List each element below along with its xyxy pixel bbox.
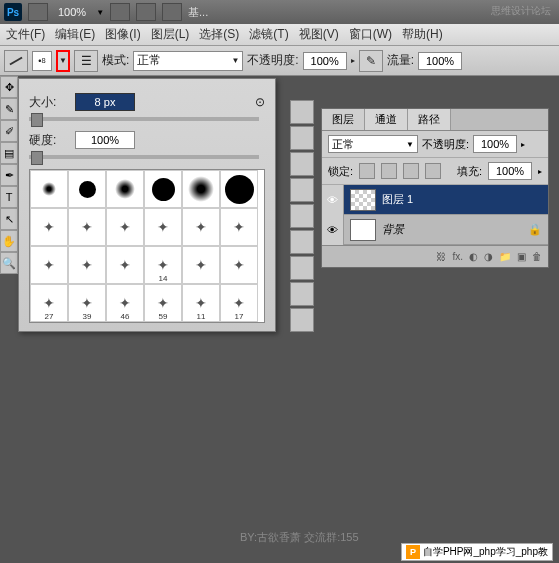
visibility-eye-icon[interactable]: 👁 [322,185,344,215]
panel-icon-5[interactable] [290,204,314,228]
fx-icon[interactable]: fx. [452,251,463,262]
opacity-label: 不透明度: [247,52,298,69]
chevron-right-icon[interactable]: ▸ [538,167,542,176]
menu-file[interactable]: 文件(F) [6,26,45,43]
adjustment-icon[interactable]: ◑ [484,251,493,262]
tool-zoom[interactable]: 🔍 [0,252,18,274]
tab-layers[interactable]: 图层 [322,109,365,130]
brush-preset-cell[interactable]: ✦14 [144,246,182,284]
brush-preset-cell[interactable]: ✦46 [106,284,144,322]
brush-preset-cell[interactable]: ✦ [106,246,144,284]
menu-filter[interactable]: 滤镜(T) [249,26,288,43]
mask-icon[interactable]: ◐ [469,251,478,262]
link-layers-icon[interactable]: ⛓ [436,251,446,262]
layer-fill-input[interactable] [488,162,532,180]
layer-thumbnail[interactable] [350,219,376,241]
brush-preset-cell[interactable]: ✦ [106,208,144,246]
view-grid-button[interactable] [110,3,130,21]
brush-preset-cell[interactable]: ✦ [220,208,258,246]
tool-gradient[interactable]: ▤ [0,142,18,164]
tool-hand[interactable]: ✋ [0,230,18,252]
brush-panel-toggle[interactable]: ☰ [74,50,98,72]
brush-preset-cell[interactable]: ✦27 [30,284,68,322]
view-extras-button[interactable] [136,3,156,21]
workspace-menu-button[interactable] [28,3,48,21]
zoom-level[interactable]: 100% [54,6,90,18]
brush-hardness-label: 硬度: [29,132,67,149]
tool-path[interactable]: ↖ [0,208,18,230]
lock-position-icon[interactable] [403,163,419,179]
panel-icon-9[interactable] [290,308,314,332]
brush-size-slider[interactable] [29,117,259,121]
brush-icon [9,56,22,65]
menu-image[interactable]: 图像(I) [105,26,140,43]
panel-icon-3[interactable] [290,152,314,176]
brush-preset-cell[interactable]: ✦ [68,246,106,284]
lock-pixels-icon[interactable] [381,163,397,179]
flow-input[interactable] [418,52,462,70]
layer-opacity-input[interactable] [473,135,517,153]
chevron-right-icon[interactable]: ▸ [521,140,525,149]
panel-icon-4[interactable] [290,178,314,202]
panel-icon-6[interactable] [290,230,314,254]
brush-preset-cell[interactable] [68,170,106,208]
menu-select[interactable]: 选择(S) [199,26,239,43]
brush-preset-cell[interactable]: ✦ [68,208,106,246]
group-icon[interactable]: 📁 [499,251,511,262]
brush-hardness-input[interactable] [75,131,135,149]
brush-preset-cell[interactable]: ✦ [182,246,220,284]
brush-preset-cell[interactable]: ✦17 [220,284,258,322]
brush-preset-cell[interactable] [106,170,144,208]
lock-all-icon[interactable] [425,163,441,179]
tool-eyedropper[interactable]: ✎ [0,98,18,120]
visibility-eye-icon[interactable]: 👁 [322,215,344,245]
brush-preset-cell[interactable]: ✦ [182,208,220,246]
brush-preset-cell[interactable]: ✦59 [144,284,182,322]
tab-paths[interactable]: 路径 [408,109,451,130]
blend-mode-select[interactable]: 正常▼ [133,51,243,71]
lock-transparency-icon[interactable] [359,163,375,179]
tool-brush[interactable]: ✐ [0,120,18,142]
brush-preset-cell[interactable]: ✦ [30,208,68,246]
layer-blend-mode-select[interactable]: 正常▼ [328,135,418,153]
brush-size-input[interactable] [75,93,135,111]
tool-move[interactable]: ✥ [0,76,18,98]
brush-preset-cell[interactable]: ✦ [144,208,182,246]
brush-hardness-slider[interactable] [29,155,259,159]
menu-edit[interactable]: 编辑(E) [55,26,95,43]
menu-window[interactable]: 窗口(W) [349,26,392,43]
brush-preset-cell[interactable]: ✦ [220,246,258,284]
menu-view[interactable]: 视图(V) [299,26,339,43]
layer-row[interactable]: 👁背景🔒 [322,215,548,245]
brush-picker-dropdown[interactable]: ▼ [56,50,70,72]
tablet-pressure-button[interactable]: ✎ [359,50,383,72]
brush-preset-cell[interactable]: ✦11 [182,284,220,322]
trash-icon[interactable]: 🗑 [532,251,542,262]
brush-preview[interactable]: •8 [32,51,52,71]
tool-preset-button[interactable] [4,50,28,72]
tool-pen[interactable]: ✒ [0,164,18,186]
brush-preset-cell[interactable] [144,170,182,208]
chevron-right-icon[interactable]: ▸ [351,56,355,65]
chevron-down-icon[interactable]: ▼ [96,8,104,17]
arrange-button[interactable] [162,3,182,21]
layer-row[interactable]: 👁图层 1 [322,185,548,215]
panel-icon-1[interactable] [290,100,314,124]
new-layer-icon[interactable]: ▣ [517,251,526,262]
menu-layer[interactable]: 图层(L) [151,26,190,43]
brush-preset-cell[interactable]: ✦39 [68,284,106,322]
panel-icon-2[interactable] [290,126,314,150]
menu-help[interactable]: 帮助(H) [402,26,443,43]
panel-icon-8[interactable] [290,282,314,306]
layer-thumbnail[interactable] [350,189,376,211]
brush-preset-cell[interactable] [30,170,68,208]
brush-preset-cell[interactable] [182,170,220,208]
brush-preset-cell[interactable] [220,170,258,208]
tool-type[interactable]: T [0,186,18,208]
opacity-input[interactable] [303,52,347,70]
flyout-menu-icon[interactable]: ⊙ [255,95,265,109]
panel-icon-7[interactable] [290,256,314,280]
brush-preset-cell[interactable]: ✦ [30,246,68,284]
tab-channels[interactable]: 通道 [365,109,408,130]
source-badge[interactable]: P 自学PHP网_php学习_php教 [401,543,553,561]
